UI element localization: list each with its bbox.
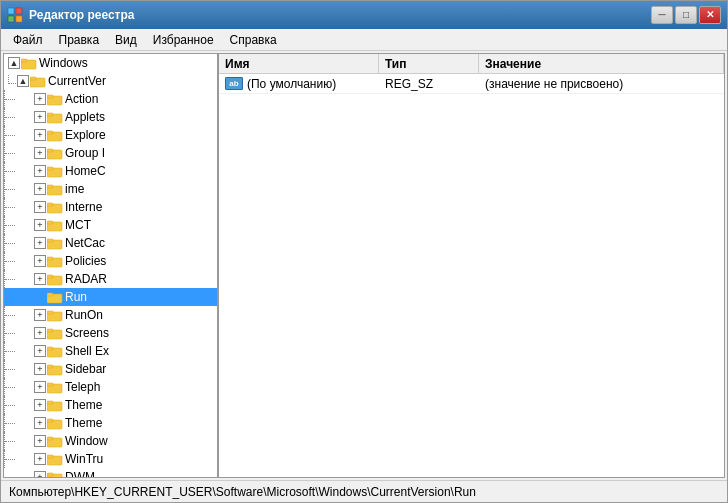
tree-node-wintru[interactable]: + WinTru bbox=[4, 450, 217, 468]
expand-action[interactable]: + bbox=[34, 93, 46, 105]
tree-node-applets[interactable]: + Applets bbox=[4, 108, 217, 126]
tree-node-policies[interactable]: + Policies bbox=[4, 252, 217, 270]
tree-node-theme2[interactable]: + Theme bbox=[4, 414, 217, 432]
svg-rect-37 bbox=[47, 347, 53, 350]
expand-theme2[interactable]: + bbox=[34, 417, 46, 429]
folder-icon-radar bbox=[47, 273, 63, 286]
tree-node-interne[interactable]: + Interne bbox=[4, 198, 217, 216]
menu-file[interactable]: Файл bbox=[5, 31, 51, 49]
svg-rect-49 bbox=[47, 455, 53, 458]
menu-edit[interactable]: Правка bbox=[51, 31, 108, 49]
expand-sidebar[interactable]: + bbox=[34, 363, 46, 375]
tree-label-ime: ime bbox=[65, 182, 84, 196]
expand-currentver[interactable]: ▲ bbox=[17, 75, 29, 87]
folder-icon-currentver bbox=[30, 75, 46, 88]
tree-node-explore[interactable]: + Explore bbox=[4, 126, 217, 144]
folder-icon-applets bbox=[47, 111, 63, 124]
tree-node-currentver[interactable]: ▲ CurrentVer bbox=[4, 72, 217, 90]
svg-rect-51 bbox=[47, 473, 53, 476]
tree-node-action[interactable]: + Action bbox=[4, 90, 217, 108]
tree-node-window[interactable]: + Window bbox=[4, 432, 217, 450]
folder-icon-teleph bbox=[47, 381, 63, 394]
expand-runon[interactable]: + bbox=[34, 309, 46, 321]
window-controls: ─ □ ✕ bbox=[651, 6, 721, 24]
tree-label-screens: Screens bbox=[65, 326, 109, 340]
expand-netcac[interactable]: + bbox=[34, 237, 46, 249]
tree-node-sidebar[interactable]: + Sidebar bbox=[4, 360, 217, 378]
tree-label-theme2: Theme bbox=[65, 416, 102, 430]
expand-policies[interactable]: + bbox=[34, 255, 46, 267]
values-pane: Имя Тип Значение ab (По умолчанию) REG_S… bbox=[219, 54, 724, 477]
tree-label-explore: Explore bbox=[65, 128, 106, 142]
value-row-default[interactable]: ab (По умолчанию) REG_SZ (значение не пр… bbox=[219, 74, 724, 94]
tree-node-windows[interactable]: ▲ Windows bbox=[4, 54, 217, 72]
folder-icon-wintru bbox=[47, 453, 63, 466]
expand-interne[interactable]: + bbox=[34, 201, 46, 213]
expand-explore[interactable]: + bbox=[34, 129, 46, 141]
svg-rect-3 bbox=[16, 16, 22, 22]
expand-window[interactable]: + bbox=[34, 435, 46, 447]
tree-node-runon[interactable]: + RunOn bbox=[4, 306, 217, 324]
tree-node-screens[interactable]: + Screens bbox=[4, 324, 217, 342]
tree-node-run[interactable]: Run bbox=[4, 288, 217, 306]
tree-node-shellex[interactable]: + Shell Ex bbox=[4, 342, 217, 360]
tree-node-theme1[interactable]: + Theme bbox=[4, 396, 217, 414]
expand-theme1[interactable]: + bbox=[34, 399, 46, 411]
tree-label-wintru: WinTru bbox=[65, 452, 103, 466]
expand-group[interactable]: + bbox=[34, 147, 46, 159]
folder-icon-policies bbox=[47, 255, 63, 268]
svg-rect-17 bbox=[47, 167, 53, 170]
value-data-default: (значение не присвоено) bbox=[479, 74, 724, 93]
expand-mct[interactable]: + bbox=[34, 219, 46, 231]
header-name[interactable]: Имя bbox=[219, 54, 379, 73]
folder-icon-ime bbox=[47, 183, 63, 196]
expand-dwm[interactable]: + bbox=[34, 471, 46, 477]
menu-favorites[interactable]: Избранное bbox=[145, 31, 222, 49]
tree-node-netcac[interactable]: + NetCac bbox=[4, 234, 217, 252]
menu-help[interactable]: Справка bbox=[222, 31, 285, 49]
tree-node-dwm[interactable]: + DWM bbox=[4, 468, 217, 477]
tree-node-group[interactable]: + Group I bbox=[4, 144, 217, 162]
menu-view[interactable]: Вид bbox=[107, 31, 145, 49]
expand-applets[interactable]: + bbox=[34, 111, 46, 123]
svg-rect-15 bbox=[47, 149, 53, 152]
tree-node-ime[interactable]: + ime bbox=[4, 180, 217, 198]
value-name-default: ab (По умолчанию) bbox=[219, 74, 379, 93]
svg-rect-11 bbox=[47, 113, 53, 116]
window-title: Редактор реестра bbox=[29, 8, 651, 22]
tree-label-homec: HomeC bbox=[65, 164, 106, 178]
values-header: Имя Тип Значение bbox=[219, 54, 724, 74]
tree-label-action: Action bbox=[65, 92, 98, 106]
svg-rect-23 bbox=[47, 221, 53, 224]
header-value[interactable]: Значение bbox=[479, 54, 724, 73]
expand-teleph[interactable]: + bbox=[34, 381, 46, 393]
svg-rect-35 bbox=[47, 329, 53, 332]
svg-rect-5 bbox=[21, 59, 27, 62]
folder-icon-homec bbox=[47, 165, 63, 178]
expand-shellex[interactable]: + bbox=[34, 345, 46, 357]
expand-homec[interactable]: + bbox=[34, 165, 46, 177]
folder-icon-mct bbox=[47, 219, 63, 232]
tree-node-radar[interactable]: + RADAR bbox=[4, 270, 217, 288]
expand-radar[interactable]: + bbox=[34, 273, 46, 285]
tree-node-mct[interactable]: + MCT bbox=[4, 216, 217, 234]
svg-rect-13 bbox=[47, 131, 53, 134]
expand-ime[interactable]: + bbox=[34, 183, 46, 195]
maximize-button[interactable]: □ bbox=[675, 6, 697, 24]
registry-editor-window: Редактор реестра ─ □ ✕ Файл Правка Вид И… bbox=[0, 0, 728, 503]
value-type-default: REG_SZ bbox=[379, 74, 479, 93]
folder-icon-theme1 bbox=[47, 399, 63, 412]
close-button[interactable]: ✕ bbox=[699, 6, 721, 24]
expand-screens[interactable]: + bbox=[34, 327, 46, 339]
app-icon bbox=[7, 7, 23, 23]
tree-node-homec[interactable]: + HomeC bbox=[4, 162, 217, 180]
svg-rect-21 bbox=[47, 203, 53, 206]
tree-label-mct: MCT bbox=[65, 218, 91, 232]
svg-rect-27 bbox=[47, 257, 53, 260]
expand-windows[interactable]: ▲ bbox=[8, 57, 20, 69]
tree-node-teleph[interactable]: + Teleph bbox=[4, 378, 217, 396]
minimize-button[interactable]: ─ bbox=[651, 6, 673, 24]
menu-bar: Файл Правка Вид Избранное Справка bbox=[1, 29, 727, 51]
header-type[interactable]: Тип bbox=[379, 54, 479, 73]
expand-wintru[interactable]: + bbox=[34, 453, 46, 465]
